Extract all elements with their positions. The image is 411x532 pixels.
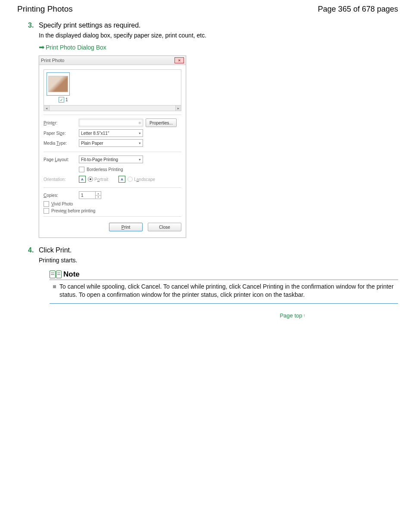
page-title: Printing Photos [17, 4, 73, 14]
page-number: Page 365 of 678 pages [318, 5, 398, 14]
portrait-icon: A [79, 176, 86, 183]
arrow-icon: ➡ [39, 43, 44, 51]
copies-label: Copies: [44, 193, 79, 198]
landscape-label: Landscape [134, 177, 155, 182]
print-photo-dialog: Print Photo ✕ ✓ 1 ◄ [39, 56, 186, 238]
step-3-title: Specify print settings as required. [39, 22, 141, 29]
orientation-label: Orientation: [44, 177, 79, 182]
portrait-label: Portrait [94, 177, 108, 182]
borderless-checkbox[interactable] [79, 167, 84, 172]
step-3-number: 3. [28, 22, 39, 29]
photo-thumbnail[interactable] [47, 72, 70, 96]
step-4-desc: Printing starts. [39, 257, 398, 264]
landscape-radio[interactable] [128, 177, 133, 182]
page-layout-dropdown[interactable]: Fit-to-Page Printing▼ [79, 156, 143, 163]
step-4-number: 4. [28, 246, 39, 254]
page-top-link[interactable]: Page top [280, 312, 302, 319]
portrait-radio[interactable] [88, 177, 93, 182]
paper-size-label: Paper Size: [44, 131, 79, 136]
note-text: To cancel while spooling, click Cancel. … [59, 283, 398, 299]
close-icon[interactable]: ✕ [174, 57, 184, 63]
printer-label: Printer: [44, 121, 79, 125]
scroll-right-icon[interactable]: ► [175, 106, 181, 111]
vivid-checkbox[interactable] [44, 201, 49, 207]
step-4-title: Click Print. [39, 246, 72, 254]
note-icon [50, 271, 62, 278]
printer-dropdown[interactable]: ▼ [79, 119, 143, 127]
paper-size-dropdown[interactable]: Letter 8.5"x11"▼ [79, 129, 143, 137]
print-photo-dialog-link[interactable]: Print Photo Dialog Box [46, 44, 106, 51]
page-layout-label: Page Layout: [44, 157, 79, 162]
up-arrow-icon: ↑ [303, 313, 306, 318]
scroll-left-icon[interactable]: ◄ [44, 106, 50, 111]
properties-button[interactable]: Properties... [146, 118, 177, 127]
preview-checkbox[interactable] [44, 208, 49, 214]
thumbnail-checkbox[interactable]: ✓ [59, 97, 64, 103]
step-3-desc: In the displayed dialog box, specify pap… [39, 32, 398, 39]
note-title: Note [63, 270, 80, 279]
borderless-label: Borderless Printing [87, 167, 123, 172]
dialog-title: Print Photo [41, 58, 64, 63]
thumbnail-scrollbar[interactable]: ◄ ► [44, 105, 181, 111]
close-button[interactable]: Close [148, 223, 181, 231]
bullet-icon [53, 285, 56, 288]
vivid-label: Vivid Photo [51, 202, 73, 206]
copies-stepper[interactable]: 1 ▲▼ [79, 191, 101, 199]
thumbnail-image [48, 76, 68, 92]
landscape-icon: A [118, 176, 125, 183]
thumbnail-index: 1 [65, 97, 68, 102]
media-type-dropdown[interactable]: Plain Paper▼ [79, 139, 143, 147]
media-type-label: Media Type: [44, 141, 79, 146]
print-button[interactable]: Print [109, 223, 143, 231]
preview-label: Preview before printing [51, 208, 95, 213]
